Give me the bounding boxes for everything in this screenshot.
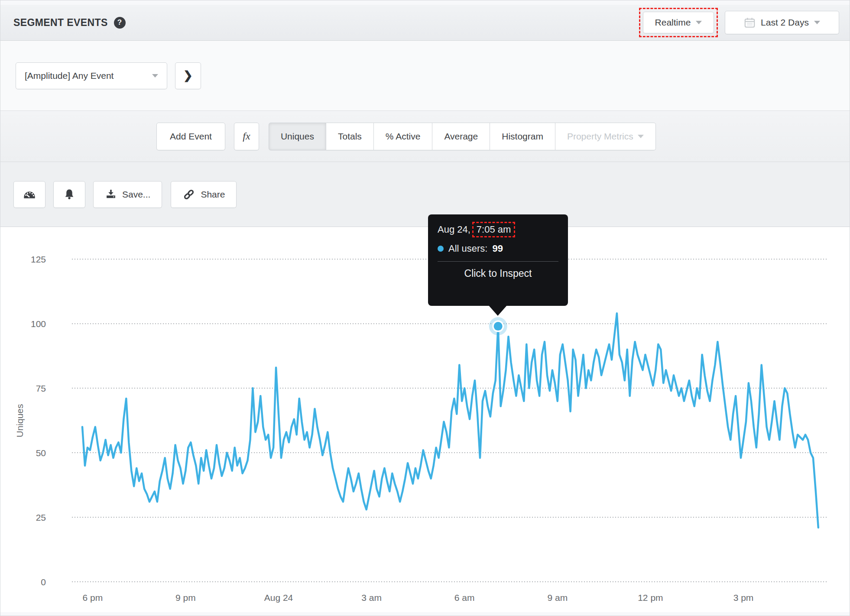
header-controls: Realtime Last 2 Days (639, 8, 839, 37)
share-button[interactable]: Share (171, 181, 237, 208)
chart-toolbar: Save... Share (0, 162, 850, 227)
y-tick-label: 100 (31, 319, 46, 329)
bell-icon (63, 188, 76, 201)
window-frame-top (0, 0, 850, 5)
tooltip-divider (438, 261, 558, 262)
y-axis-title: Uniques (15, 404, 25, 437)
y-tick-label: 125 (31, 254, 46, 264)
tooltip-time: 7:05 am (477, 224, 511, 235)
tooltip-value: 99 (492, 243, 503, 254)
chevron-down-icon (814, 21, 820, 24)
tab-totals[interactable]: Totals (326, 123, 374, 150)
tab--active[interactable]: % Active (374, 123, 433, 150)
calendar-icon (744, 17, 756, 29)
tab-label: Uniques (281, 131, 314, 142)
x-tick-label: 3 pm (733, 593, 754, 603)
page-title: SEGMENT EVENTS ? (13, 17, 126, 29)
date-range-label: Last 2 Days (761, 17, 809, 28)
chart-tooltip: Aug 24, 7:05 am All users: 99 Click to I… (428, 214, 568, 306)
realtime-dropdown[interactable]: Realtime (643, 12, 714, 33)
event-selector-dropdown[interactable]: [Amplitude] Any Event (16, 62, 167, 89)
share-button-label: Share (201, 189, 225, 200)
chevron-right-icon: ❯ (183, 69, 193, 82)
tab-average[interactable]: Average (432, 123, 490, 150)
download-icon (105, 188, 117, 201)
event-selector-label: [Amplitude] Any Event (25, 71, 114, 81)
formula-button[interactable]: fx (234, 123, 259, 150)
chevron-down-icon (696, 21, 702, 24)
date-range-dropdown[interactable]: Last 2 Days (725, 11, 839, 34)
x-tick-label: 6 am (454, 593, 475, 603)
window-frame-bottom (0, 612, 850, 616)
tooltip-series-row: All users: 99 (438, 243, 558, 254)
tab-label: Property Metrics (567, 131, 633, 142)
y-tick-label: 50 (36, 448, 46, 458)
add-event-button[interactable]: Add Event (156, 123, 225, 150)
tab-label: % Active (386, 131, 421, 142)
x-tick-label: 3 am (361, 593, 382, 603)
click-to-inspect-label[interactable]: Click to Inspect (438, 268, 558, 279)
save-button-label: Save... (122, 189, 150, 200)
tab-uniques[interactable]: Uniques (269, 123, 326, 150)
help-icon[interactable]: ? (114, 17, 126, 29)
segment-events-panel: SEGMENT EVENTS ? Realtime (0, 0, 850, 616)
header-bar: SEGMENT EVENTS ? Realtime (0, 5, 850, 41)
save-button[interactable]: Save... (93, 181, 162, 208)
dashboard-button[interactable] (13, 181, 45, 208)
notifications-button[interactable] (53, 181, 85, 208)
tooltip-date: Aug 24, (438, 224, 470, 235)
tooltip-time-highlight-annotation: 7:05 am (472, 222, 516, 237)
tab-histogram[interactable]: Histogram (490, 123, 555, 150)
page-title-text: SEGMENT EVENTS (13, 17, 108, 29)
tooltip-series-label: All users: (448, 243, 487, 254)
event-selector-row: [Amplitude] Any Event ❯ (0, 41, 850, 111)
chevron-down-icon (152, 74, 158, 78)
series-all-users-line[interactable] (82, 313, 818, 528)
tab-label: Average (444, 131, 478, 142)
y-tick-label: 0 (41, 577, 46, 587)
tooltip-timestamp: Aug 24, 7:05 am (438, 222, 558, 237)
highlighted-data-point[interactable] (494, 322, 503, 331)
dashboard-gauge-icon (23, 188, 36, 201)
chart-area: 0255075100125Uniques6 pm9 pmAug 243 am6 … (0, 227, 850, 612)
tab-label: Histogram (502, 131, 543, 142)
x-tick-label: 6 pm (82, 593, 103, 603)
x-tick-label: 9 pm (175, 593, 196, 603)
x-tick-label: Aug 24 (264, 593, 293, 603)
expand-event-button[interactable]: ❯ (175, 62, 201, 89)
line-chart[interactable]: 0255075100125Uniques6 pm9 pmAug 243 am6 … (0, 227, 850, 612)
metric-tab-group: UniquesTotals% ActiveAverageHistogramPro… (269, 123, 656, 150)
tooltip-arrow (488, 305, 507, 316)
y-tick-label: 25 (36, 512, 46, 522)
tab-property-metrics[interactable]: Property Metrics (555, 123, 656, 150)
x-tick-label: 9 am (547, 593, 568, 603)
x-tick-label: 12 pm (638, 593, 663, 603)
series-color-dot (438, 246, 444, 252)
chevron-down-icon (638, 135, 644, 138)
y-tick-label: 75 (36, 383, 46, 393)
tab-label: Totals (338, 131, 362, 142)
link-icon (182, 188, 195, 201)
metric-controls-row: Add Event fx UniquesTotals% ActiveAverag… (0, 111, 850, 162)
realtime-highlight-annotation: Realtime (639, 8, 718, 37)
realtime-dropdown-label: Realtime (655, 17, 691, 28)
